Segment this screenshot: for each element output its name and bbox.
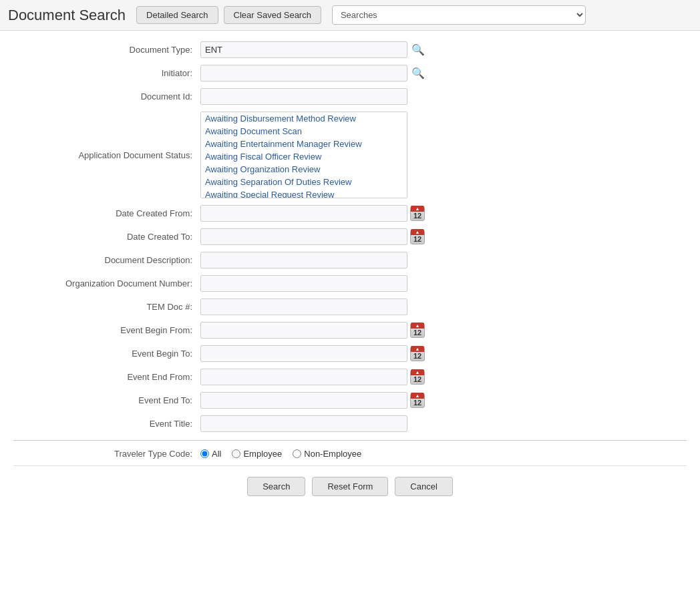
event-begin-from-calendar-icon[interactable]: ▲ 12 <box>410 323 425 338</box>
org-doc-number-input[interactable] <box>200 275 407 292</box>
radio-employee-input[interactable] <box>232 449 240 458</box>
event-end-to-label: Event End To: <box>13 395 200 405</box>
date-created-to-calendar-icon[interactable]: ▲ 12 <box>410 230 425 244</box>
app-doc-status-label: Application Document Status: <box>13 150 200 160</box>
initiator-input[interactable] <box>200 65 407 81</box>
app-doc-status-listbox[interactable]: Awaiting Disbursement Method ReviewAwait… <box>200 112 407 198</box>
date-created-to-row: Date Created To: ▲ 12 <box>13 228 687 245</box>
radio-all-text: All <box>212 449 221 459</box>
initiator-search-icon[interactable]: 🔍 <box>410 65 426 81</box>
event-title-input[interactable] <box>200 415 407 432</box>
searches-dropdown[interactable]: Searches <box>332 5 586 25</box>
initiator-label: Initiator: <box>13 68 200 78</box>
event-title-label: Event Title: <box>13 419 200 429</box>
document-type-input[interactable] <box>200 41 407 58</box>
app-doc-status-row: Application Document Status: Awaiting Di… <box>13 112 687 198</box>
search-form: Document Type: 🔍 Initiator: 🔍 Document I… <box>0 31 700 512</box>
date-created-from-row: Date Created From: ▲ 12 <box>13 205 687 222</box>
event-begin-from-label: Event Begin From: <box>13 325 200 335</box>
document-id-row: Document Id: <box>13 88 687 105</box>
document-id-label: Document Id: <box>13 91 200 102</box>
org-doc-number-row: Organization Document Number: <box>13 275 687 292</box>
event-end-from-row: Event End From: ▲ 12 <box>13 369 687 385</box>
date-created-from-calendar-icon[interactable]: ▲ 12 <box>410 206 425 221</box>
event-end-to-input[interactable] <box>200 392 407 409</box>
radio-non-employee-text: Non-Employee <box>304 449 361 459</box>
date-created-to-input[interactable] <box>200 228 407 245</box>
reset-form-button[interactable]: Reset Form <box>312 477 388 496</box>
tem-doc-row: TEM Doc #: <box>13 298 687 315</box>
radio-non-employee-input[interactable] <box>293 449 301 458</box>
event-begin-to-label: Event Begin To: <box>13 349 200 359</box>
page-header: Document Search Detailed Search Clear Sa… <box>0 0 700 31</box>
event-begin-from-input[interactable] <box>200 322 407 339</box>
traveler-type-row: Traveler Type Code: All Employee Non-Emp… <box>13 449 687 459</box>
radio-all-input[interactable] <box>200 449 209 458</box>
form-divider <box>13 440 687 441</box>
doc-description-input[interactable] <box>200 252 407 268</box>
detailed-search-button[interactable]: Detailed Search <box>136 6 218 24</box>
page-title: Document Search <box>8 7 126 24</box>
cancel-button[interactable]: Cancel <box>395 477 452 496</box>
radio-employee-label[interactable]: Employee <box>232 449 282 459</box>
event-end-from-input[interactable] <box>200 369 407 385</box>
doc-description-row: Document Description: <box>13 252 687 268</box>
radio-non-employee-label[interactable]: Non-Employee <box>293 449 361 459</box>
event-begin-from-row: Event Begin From: ▲ 12 <box>13 322 687 339</box>
traveler-type-radio-group: All Employee Non-Employee <box>200 449 361 459</box>
date-created-to-label: Date Created To: <box>13 232 200 242</box>
event-end-to-row: Event End To: ▲ 12 <box>13 392 687 409</box>
clear-saved-search-button[interactable]: Clear Saved Search <box>224 6 321 24</box>
document-type-search-icon[interactable]: 🔍 <box>410 42 426 58</box>
org-doc-number-label: Organization Document Number: <box>13 278 200 288</box>
date-created-from-label: Date Created From: <box>13 208 200 218</box>
event-begin-to-row: Event Begin To: ▲ 12 <box>13 345 687 362</box>
document-type-row: Document Type: 🔍 <box>13 41 687 58</box>
event-begin-to-input[interactable] <box>200 345 407 362</box>
tem-doc-input[interactable] <box>200 298 407 315</box>
traveler-type-label: Traveler Type Code: <box>13 449 200 459</box>
event-title-row: Event Title: <box>13 415 687 432</box>
event-end-from-calendar-icon[interactable]: ▲ 12 <box>410 370 425 385</box>
bottom-buttons: Search Reset Form Cancel <box>13 465 687 502</box>
event-end-to-calendar-icon[interactable]: ▲ 12 <box>410 393 425 408</box>
initiator-row: Initiator: 🔍 <box>13 65 687 81</box>
search-button[interactable]: Search <box>247 477 305 496</box>
document-type-label: Document Type: <box>13 45 200 55</box>
document-id-input[interactable] <box>200 88 407 105</box>
tem-doc-label: TEM Doc #: <box>13 302 200 312</box>
date-created-from-input[interactable] <box>200 205 407 222</box>
event-begin-to-calendar-icon[interactable]: ▲ 12 <box>410 347 425 361</box>
radio-all-label[interactable]: All <box>200 449 221 459</box>
doc-description-label: Document Description: <box>13 255 200 265</box>
radio-employee-text: Employee <box>243 449 282 459</box>
event-end-from-label: Event End From: <box>13 372 200 382</box>
